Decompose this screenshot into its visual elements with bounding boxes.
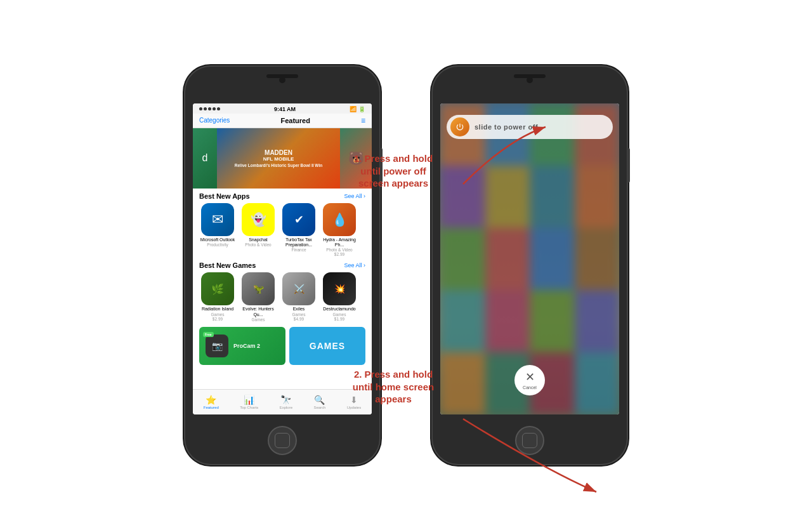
- cancel-x-icon: ✕: [525, 370, 535, 384]
- signal-dot: [213, 107, 216, 110]
- poweroff-screen: slide to power off ✕ Cancel: [440, 103, 619, 414]
- signal-dot: [217, 107, 220, 110]
- app-price-exiles: $4.99: [294, 317, 304, 321]
- procam-label: ProCam 2: [233, 343, 260, 349]
- see-all-games[interactable]: See All ›: [344, 262, 365, 268]
- app-exiles[interactable]: ⚔️ Exiles Games $4.99: [280, 272, 317, 322]
- app-sub-radiation: Games: [211, 312, 225, 317]
- tab-explore-label: Explore: [280, 406, 292, 409]
- step2-text: 2. Press and holduntil home screenappear…: [353, 369, 434, 404]
- tab-top-charts[interactable]: 📊 Top Charts: [240, 395, 258, 409]
- phone-speaker-2: [514, 74, 546, 78]
- app-icon-outlook: ✉: [201, 203, 234, 236]
- list-icon[interactable]: ≡: [361, 116, 365, 125]
- banner-description: Relive Lombardi's Historic Super Bowl II…: [235, 163, 322, 168]
- app-name-exiles: Exiles: [293, 307, 305, 312]
- best-new-games-section: Best New Games See All › 🌿 Radiation Isl…: [193, 258, 372, 323]
- app-destructamundo[interactable]: 💥 Destructamundo Games $1.99: [321, 272, 358, 322]
- app-sub-outlook: Productivity: [207, 242, 228, 247]
- power-icon: [450, 117, 469, 136]
- banner-madden: MADDEN NFL MOBILE Relive Lombardi's Hist…: [217, 128, 340, 189]
- slide-to-power-off-text: slide to power off: [475, 123, 538, 131]
- app-price-destructamundo: $1.99: [334, 317, 344, 321]
- section-title: Best New Apps: [199, 192, 250, 200]
- app-radiation[interactable]: 🌿 Radiation Island Games $2.99: [199, 272, 236, 322]
- top-charts-icon: 📊: [244, 395, 254, 405]
- app-icon-destructamundo: 💥: [323, 272, 356, 305]
- cancel-button[interactable]: ✕ Cancel: [514, 365, 545, 395]
- appstore-screen: 9:41 AM 📶 🔋 Categories Featured ≡ d MADD…: [193, 103, 372, 414]
- banner-game-title: MADDEN: [265, 149, 292, 156]
- tab-top-charts-label: Top Charts: [240, 406, 258, 409]
- bottom-banner-row: Free 📷 ProCam 2 GAMES: [199, 327, 365, 365]
- annotation-step1: 1. Press and holduntil power offscreen a…: [324, 152, 463, 190]
- app-icon-hydra: 💧: [323, 203, 356, 236]
- games-row: 🌿 Radiation Island Games $2.99 🦖 Evolve:…: [199, 272, 365, 322]
- signal-dot: [204, 107, 207, 110]
- tab-featured-label: Featured: [204, 406, 219, 409]
- app-outlook[interactable]: ✉ Microsoft Outlook Productivity: [199, 203, 236, 257]
- see-all-apps[interactable]: See All ›: [344, 193, 365, 199]
- app-sub-destructamundo: Games: [333, 312, 346, 317]
- app-name-destructamundo: Destructamundo: [323, 307, 355, 312]
- games-section-title: Best New Games: [199, 262, 256, 269]
- step1-text: 1. Press and holduntil power offscreen a…: [354, 153, 433, 189]
- signal-dot: [208, 107, 211, 110]
- banner-left-app: d: [193, 128, 217, 189]
- explore-icon: 🔭: [280, 395, 291, 405]
- games-section-header: Best New Games See All ›: [199, 262, 365, 269]
- poweroff-background: slide to power off ✕ Cancel: [440, 103, 619, 414]
- app-sub-evolve: Games: [252, 317, 265, 322]
- app-name-evolve: Evolve: Hunters Qu...: [240, 307, 277, 317]
- featured-icon: ⭐: [206, 395, 216, 405]
- app-sub-hydra: Photo & Video: [326, 248, 352, 252]
- app-icon-evolve: 🦖: [242, 272, 275, 305]
- procam-banner[interactable]: Free 📷 ProCam 2: [199, 327, 285, 365]
- app-sub-turbotax: Finance: [291, 248, 306, 252]
- tab-updates-label: Updates: [347, 406, 361, 409]
- side-button-2[interactable]: [627, 148, 630, 183]
- signal-dot: [199, 107, 202, 110]
- status-icons: 📶 🔋: [350, 106, 365, 112]
- appstore-nav: Categories Featured ≡: [193, 114, 372, 128]
- home-button-phone2[interactable]: [515, 426, 544, 455]
- cancel-label: Cancel: [523, 385, 537, 390]
- app-name-radiation: Radiation Island: [202, 307, 233, 312]
- battery-icon: 🔋: [358, 106, 365, 112]
- annotation-step2: 2. Press and holduntil home screenappear…: [324, 368, 463, 406]
- banner-game-subtitle: NFL MOBILE: [263, 156, 294, 162]
- app-name-hydra: Hydra - Amazing Ph...: [321, 237, 358, 248]
- app-name-turbotax: TurboTax Tax Preparation...: [280, 237, 317, 248]
- power-off-slider[interactable]: slide to power off: [447, 115, 613, 139]
- phone-speaker: [266, 74, 298, 78]
- apps-row: ✉ Microsoft Outlook Productivity 👻 Snapc…: [199, 203, 365, 257]
- app-hydra[interactable]: 💧 Hydra - Amazing Ph... Photo & Video $2…: [321, 203, 358, 257]
- tab-search-label: Search: [313, 406, 325, 409]
- app-icon-snapchat: 👻: [242, 203, 275, 236]
- app-icon-exiles: ⚔️: [282, 272, 315, 305]
- procam-icon: Free 📷: [206, 335, 228, 357]
- status-bar: 9:41 AM 📶 🔋: [193, 103, 372, 114]
- main-scene: 9:41 AM 📶 🔋 Categories Featured ≡ d MADD…: [0, 0, 812, 530]
- games-banner[interactable]: GAMES: [289, 327, 365, 365]
- tab-featured[interactable]: ⭐ Featured: [204, 395, 219, 409]
- app-sub-exiles: Games: [292, 312, 306, 317]
- app-name-outlook: Microsoft Outlook: [200, 237, 235, 242]
- wifi-icon: 📶: [350, 106, 357, 112]
- app-price-hydra: $2.99: [334, 252, 344, 256]
- home-button-phone1[interactable]: [268, 426, 297, 455]
- app-icon-turbotax: ✔: [282, 203, 315, 236]
- app-snapchat[interactable]: 👻 Snapchat Photo & Video: [240, 203, 277, 257]
- app-sub-snapchat: Photo & Video: [245, 242, 271, 247]
- categories-link[interactable]: Categories: [199, 117, 230, 124]
- tab-explore[interactable]: 🔭 Explore: [280, 395, 292, 409]
- section-header: Best New Apps See All ›: [199, 192, 365, 200]
- status-time: 9:41 AM: [274, 106, 296, 112]
- app-turbotax[interactable]: ✔ TurboTax Tax Preparation... Finance: [280, 203, 317, 257]
- signal-dots: [199, 107, 220, 110]
- app-icon-radiation: 🌿: [201, 272, 234, 305]
- app-name-snapchat: Snapchat: [249, 237, 268, 242]
- app-price-radiation: $2.99: [213, 317, 223, 321]
- free-badge: Free: [203, 332, 214, 337]
- app-evolve[interactable]: 🦖 Evolve: Hunters Qu... Games: [240, 272, 277, 322]
